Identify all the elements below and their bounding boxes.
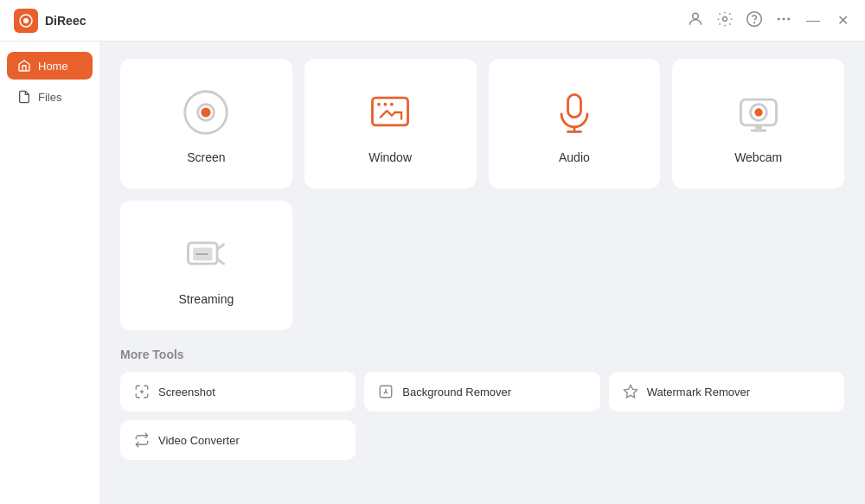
svg-point-15: [390, 103, 394, 106]
screen-icon: [180, 86, 232, 138]
menu-icon[interactable]: [775, 10, 792, 31]
main-cards-grid: Screen Window: [120, 59, 844, 188]
watermark-icon: [623, 384, 638, 399]
more-tools-section: More Tools Screenshot: [120, 348, 844, 460]
svg-point-2: [693, 13, 699, 19]
tool-bg-remover[interactable]: Background Remover: [364, 372, 599, 411]
tools-grid: Screenshot Background Remover: [120, 372, 844, 411]
account-icon[interactable]: [687, 10, 704, 31]
svg-rect-23: [750, 130, 766, 132]
sidebar-files-label: Files: [38, 91, 61, 104]
sidebar-item-home[interactable]: Home: [7, 52, 93, 80]
bg-remover-label: Background Remover: [402, 386, 511, 399]
settings-icon[interactable]: [716, 10, 734, 31]
tool-screenshot[interactable]: Screenshot: [120, 372, 356, 411]
card-audio[interactable]: Audio: [489, 59, 661, 188]
svg-point-13: [377, 103, 381, 106]
titlebar: DiReec: [0, 0, 865, 41]
titlebar-actions: — ✕: [687, 10, 851, 31]
window-label: Window: [368, 150, 412, 164]
tool-video-converter[interactable]: Video Converter: [120, 420, 356, 460]
sidebar: Home Files: [0, 41, 99, 504]
video-converter-label: Video Converter: [158, 434, 240, 447]
svg-rect-12: [373, 98, 408, 125]
card-streaming[interactable]: Streaming: [120, 201, 292, 330]
card-window[interactable]: Window: [304, 59, 477, 188]
screenshot-icon: [134, 384, 150, 399]
webcam-icon: [733, 86, 785, 138]
svg-point-3: [723, 16, 727, 21]
help-icon[interactable]: [746, 10, 763, 31]
card-webcam[interactable]: Webcam: [672, 59, 844, 188]
watermark-label: Watermark Remover: [647, 386, 750, 399]
app-logo: DiReec: [14, 9, 86, 33]
screen-label: Screen: [187, 150, 225, 164]
svg-marker-32: [624, 386, 637, 398]
more-tools-title: More Tools: [120, 348, 844, 361]
screenshot-label: Screenshot: [158, 386, 215, 399]
svg-point-11: [202, 107, 211, 117]
app-title: DiReec: [45, 14, 86, 28]
svg-point-5: [754, 22, 755, 22]
svg-point-6: [778, 18, 779, 20]
svg-point-7: [783, 18, 785, 20]
window-icon: [364, 86, 416, 138]
minimize-button[interactable]: —: [804, 12, 822, 29]
tool-watermark-remover[interactable]: Watermark Remover: [609, 372, 844, 411]
webcam-label: Webcam: [734, 150, 782, 164]
svg-point-1: [23, 18, 29, 23]
svg-point-4: [747, 11, 762, 26]
svg-rect-16: [567, 94, 580, 117]
main-content: Screen Window: [99, 41, 865, 504]
card-screen[interactable]: Screen: [120, 59, 292, 188]
sidebar-home-label: Home: [38, 60, 68, 73]
audio-icon: [548, 86, 600, 138]
streaming-icon: [180, 228, 232, 280]
tools-row2: Video Converter: [120, 420, 844, 460]
video-converter-icon: [134, 432, 150, 448]
svg-point-8: [788, 18, 790, 20]
audio-label: Audio: [559, 150, 590, 164]
app-body: Home Files Screen: [0, 41, 865, 504]
svg-point-14: [384, 103, 388, 106]
bg-remover-icon: [378, 384, 394, 399]
close-button[interactable]: ✕: [834, 12, 851, 29]
streaming-label: Streaming: [178, 292, 234, 306]
svg-rect-22: [755, 125, 761, 130]
logo-icon: [14, 9, 38, 33]
streaming-row: Streaming: [120, 201, 844, 330]
sidebar-item-files[interactable]: Files: [7, 83, 93, 111]
svg-point-21: [754, 108, 762, 116]
